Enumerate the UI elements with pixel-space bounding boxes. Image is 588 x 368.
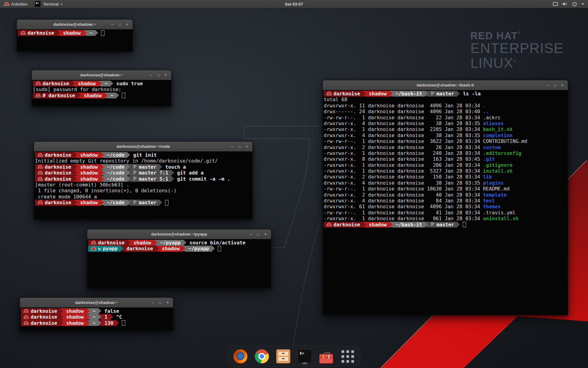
prompt-segment: darknoise: [18, 30, 57, 36]
redhat-prompt-icon: [21, 31, 25, 35]
ls-row-filename: ..: [483, 109, 489, 114]
window-titlebar[interactable]: darknoise@shadow:~/code–□×: [34, 142, 252, 151]
close-button[interactable]: ×: [124, 21, 130, 28]
powerline-separator-icon: [390, 222, 393, 227]
prompt-segment: master S:1: [130, 176, 171, 182]
terminal-line: drwxrwxr-x. 2 darknoise darknoise 40 Jan…: [324, 192, 568, 198]
window-controls: –□×: [148, 72, 171, 78]
redhat-prompt-icon: [327, 223, 331, 227]
powerline-separator-icon: [127, 200, 130, 205]
ls-row-meta: -rwxrwxr-x. 1 darknoise darknoise 206 Ja…: [324, 162, 483, 168]
ls-row-filename: aliases: [483, 121, 503, 126]
ls-row-meta: -rw-rw-r--. 1 darknoise darknoise 3622 J…: [324, 138, 483, 144]
maximize-button[interactable]: □: [552, 82, 558, 88]
powerline-separator-icon: [127, 176, 130, 182]
terminal-line: 1 file changed, 0 insertions(+), 0 delet…: [35, 188, 252, 194]
power-icon: [572, 2, 577, 6]
ls-row-meta: drwxrwxr-x. 11 darknoise darknoise 4096 …: [324, 103, 483, 109]
command-text: sudo true: [113, 81, 143, 86]
powerline-separator-icon: [101, 170, 104, 175]
redhat-prompt-icon: [91, 247, 96, 251]
powerline-separator-icon: [127, 164, 130, 170]
ls-row-meta: drwxrwxr-x. 8 darknoise darknoise 163 Ja…: [324, 156, 483, 162]
terminal-body[interactable]: darknoiseshadow~/pyapp source bin/activa…: [87, 239, 271, 288]
terminal-line: -rwxrwxr-x. 1 darknoise darknoise 206 Ja…: [324, 162, 568, 168]
close-button[interactable]: ×: [559, 82, 565, 88]
powerline-separator-icon: [101, 152, 104, 158]
git-branch-icon: [133, 164, 137, 170]
activities-button[interactable]: Activities: [0, 0, 32, 8]
window-titlebar[interactable]: darknoise@shadow:~–□×: [17, 20, 133, 29]
app-menu-label: Terminal: [43, 2, 58, 6]
minimize-button[interactable]: –: [248, 231, 254, 237]
powerline-separator-icon: [120, 246, 123, 251]
dock-firefox-icon[interactable]: [233, 349, 247, 363]
terminal-body[interactable]: darknoiseshadow~ sudo true[sudo] passwor…: [32, 80, 171, 106]
window-titlebar[interactable]: darknoise@shadow:~–□×: [32, 70, 171, 80]
close-button[interactable]: ×: [244, 144, 250, 150]
dock-show-apps-icon[interactable]: [341, 349, 355, 363]
minimize-button[interactable]: –: [229, 144, 235, 150]
prompt-segment: # darknoise: [33, 93, 78, 98]
close-button[interactable]: ×: [262, 231, 269, 237]
output-text: create mode 100644 a: [35, 194, 97, 200]
terminal-body[interactable]: darknoiseshadow~ falsedarknoiseshadow~1 …: [20, 308, 173, 330]
status-area[interactable]: [553, 2, 588, 6]
output-text: [master (root-commit) 50bcb63] .: [35, 182, 129, 188]
prompt-segment: shadow: [75, 81, 99, 86]
prompt-segment: ~/code: [104, 170, 127, 176]
terminal-line: darknoiseshadow~ sudo true: [33, 81, 171, 86]
git-branch-icon: [133, 170, 137, 176]
minimize-button[interactable]: –: [148, 72, 154, 78]
powerline-separator-icon: [127, 152, 130, 158]
terminal-body[interactable]: darknoiseshadow~: [17, 29, 133, 52]
powerline-separator-icon: [74, 152, 77, 158]
ls-row-filename: .ackrc: [483, 115, 501, 121]
window-controls: –□×: [545, 82, 568, 88]
command-text: ls -la: [460, 91, 481, 97]
terminal-line: -rwxrwxr-x. 1 darknoise darknoise 2205 J…: [324, 126, 568, 132]
maximize-button[interactable]: □: [255, 231, 261, 237]
dock-files-icon[interactable]: [276, 349, 290, 363]
terminal-body[interactable]: darknoiseshadow~/bash-itmaster ls -latot…: [323, 90, 568, 315]
powerline-separator-icon: [60, 320, 63, 326]
close-button[interactable]: ×: [163, 72, 169, 78]
chevron-down-icon: ▾: [61, 2, 62, 6]
ls-row-filename: uninstall.sh: [483, 216, 518, 221]
rhel-logo-enterprise: ENTERPRISE: [470, 41, 564, 56]
window-titlebar[interactable]: darknoise@shadow:~/pyapp–□×: [87, 229, 271, 239]
prompt-segment: ~/code: [104, 152, 127, 158]
minimize-button[interactable]: –: [545, 82, 551, 88]
dock-terminal-icon[interactable]: $>: [298, 349, 312, 363]
ls-row-meta: drwxrwxr-x. 4 darknoise darknoise 84 Jan…: [324, 198, 483, 204]
prompt-segment: darknoise: [35, 200, 74, 205]
minimize-button[interactable]: –: [109, 21, 115, 28]
dock-chrome-icon[interactable]: [255, 349, 269, 363]
window-titlebar[interactable]: darknoise@shadow:~/bash-it–□×: [323, 80, 568, 90]
terminal-line: drwxrwxr-x. 2 darknoise darknoise 150 Ja…: [324, 174, 568, 180]
app-menu-terminal[interactable]: $> Terminal ▾: [32, 0, 65, 8]
dock-toolbox-icon[interactable]: [319, 349, 333, 363]
maximize-button[interactable]: □: [157, 300, 163, 306]
powerline-separator-icon: [110, 314, 113, 320]
powerline-separator-icon: [110, 81, 113, 86]
powerline-separator-icon: [159, 200, 162, 205]
ls-row-filename: custom: [483, 144, 501, 150]
terminal-line: drwxrwxr-x. 11 darknoise darknoise 4096 …: [324, 103, 568, 109]
powerline-separator-icon: [212, 246, 215, 251]
clock[interactable]: Sat 03:57: [0, 2, 588, 6]
minimize-button[interactable]: –: [150, 300, 156, 306]
prompt-segment: shadow: [63, 308, 87, 314]
terminal-line: ↻pyappdarknoiseshadow~/pyapp: [88, 246, 271, 251]
window-titlebar[interactable]: darknoise@shadow:~–□×: [20, 298, 173, 308]
terminal-window-sudo: darknoise@shadow:~–□×darknoiseshadow~ su…: [32, 70, 172, 107]
terminal-body[interactable]: darknoiseshadow~/code git initInitialize…: [34, 151, 252, 220]
prompt-segment: ~: [90, 314, 99, 320]
prompt-segment: shadow: [63, 320, 87, 326]
maximize-button[interactable]: □: [236, 144, 243, 150]
prompt-segment: ~: [107, 93, 116, 98]
maximize-button[interactable]: □: [155, 72, 161, 78]
terminal-line: drwxrwxr-x. 4 darknoise darknoise 38 Jan…: [324, 180, 568, 186]
close-button[interactable]: ×: [164, 300, 171, 306]
maximize-button[interactable]: □: [117, 21, 123, 28]
